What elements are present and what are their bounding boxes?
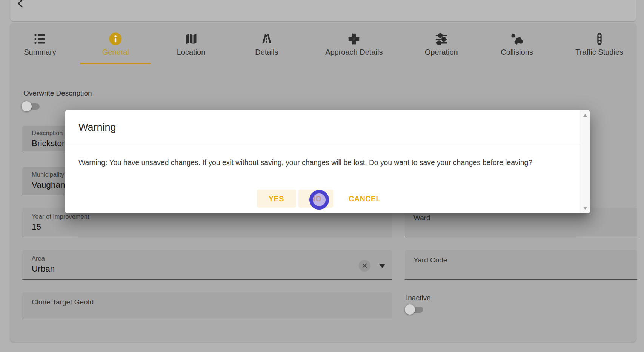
road-icon <box>260 32 274 46</box>
field-label: Year of Improvement <box>32 213 392 220</box>
yes-button[interactable]: YES <box>257 190 296 208</box>
top-toolbar <box>10 0 636 21</box>
field-value: 15 <box>32 222 392 232</box>
tab-label: Collisions <box>501 48 533 57</box>
dialog-actions: YES NO CANCEL <box>257 190 389 208</box>
inactive-toggle[interactable] <box>405 304 424 315</box>
tab-traffic-studies[interactable]: Traffic Studies <box>575 23 623 64</box>
tab-approach-details[interactable]: Approach Details <box>325 23 383 64</box>
scroll-up-icon[interactable] <box>583 114 587 117</box>
list-icon <box>33 32 47 46</box>
tab-label: Approach Details <box>325 48 383 57</box>
warning-dialog: Warning Warning: You have unsaved change… <box>65 110 590 213</box>
toggle-knob <box>22 101 32 111</box>
tab-general[interactable]: General <box>98 23 132 64</box>
active-tab-underline <box>80 63 151 64</box>
field-area[interactable]: Area Urban <box>22 250 392 280</box>
tab-bar: Summary General Location Details Appr <box>10 23 636 64</box>
inactive-label: Inactive <box>406 294 430 302</box>
sliders-icon <box>435 32 448 46</box>
field-label: Area <box>32 255 392 262</box>
tab-collisions[interactable]: Collisions <box>500 23 534 64</box>
clear-icon[interactable] <box>359 260 370 272</box>
tab-details[interactable]: Details <box>250 23 284 64</box>
tab-label: Traffic Studies <box>575 48 623 57</box>
tab-label: Summary <box>24 48 56 57</box>
dialog-scrollbar[interactable] <box>580 110 590 213</box>
dialog-title: Warning <box>78 122 116 133</box>
dropdown-arrow-icon[interactable] <box>379 264 386 268</box>
traffic-light-icon <box>593 32 606 46</box>
overwrite-description-label: Overwrite Description <box>23 89 92 97</box>
field-label: Yard Code <box>413 256 637 264</box>
tab-summary[interactable]: Summary <box>23 23 57 64</box>
dialog-message: Warning: You have unsaved changes. If yo… <box>78 158 569 168</box>
field-value: Urban <box>32 264 392 274</box>
car-crash-icon <box>510 32 524 46</box>
overwrite-description-toggle[interactable] <box>22 101 40 111</box>
scroll-down-icon[interactable] <box>583 207 587 210</box>
dialog-header: Warning <box>65 110 590 145</box>
tab-label: General <box>102 48 129 57</box>
tab-label: Location <box>177 48 206 57</box>
no-button[interactable]: NO <box>298 190 333 208</box>
field-clone-target-geoid[interactable]: Clone Target GeoId <box>22 292 392 319</box>
intersection-icon <box>347 32 361 46</box>
tab-operation[interactable]: Operation <box>424 23 458 64</box>
map-icon <box>184 32 198 46</box>
toggle-knob <box>405 304 415 315</box>
tab-label: Details <box>255 48 278 57</box>
tab-label: Operation <box>425 48 458 57</box>
field-label: Ward <box>413 214 637 222</box>
field-yard-code[interactable]: Yard Code <box>405 250 637 280</box>
app-window: Summary General Location Details Appr <box>0 0 644 352</box>
info-icon <box>109 32 122 46</box>
back-icon[interactable] <box>17 0 26 8</box>
cancel-button[interactable]: CANCEL <box>340 190 389 208</box>
field-label: Clone Target GeoId <box>32 298 392 306</box>
tab-location[interactable]: Location <box>174 23 208 64</box>
